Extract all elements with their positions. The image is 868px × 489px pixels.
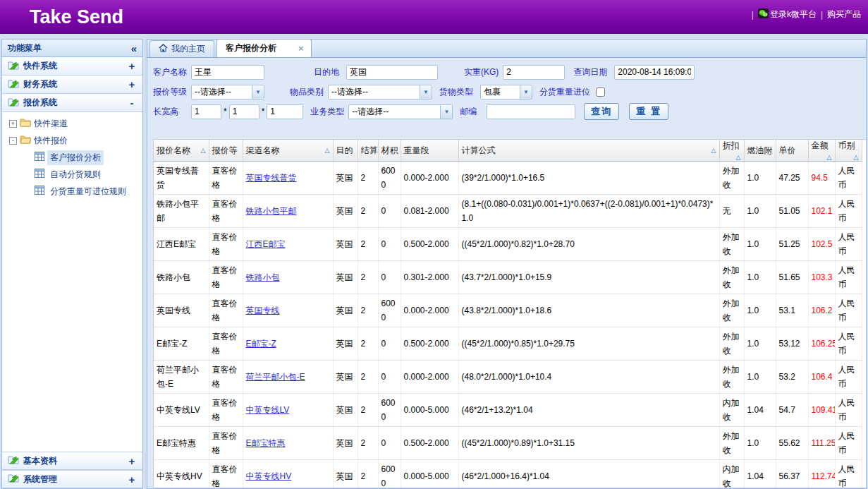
settle-weight-cell: 2 — [357, 361, 378, 394]
destination-input[interactable] — [346, 65, 438, 80]
buy-product-link[interactable]: 购买产品 — [827, 8, 861, 20]
collapse-minus-icon[interactable]: - — [127, 97, 137, 109]
query-date-input[interactable] — [614, 65, 695, 80]
col-header-unit-price[interactable]: 单价 — [776, 140, 808, 162]
tab-content: 客户名称 目的地 实重(KG) 查询日期 报价等级 --请选择-- ▼ — [147, 58, 867, 489]
tree-leaf-split-weight-carry-rule[interactable]: 分货重量可进位规则 — [2, 183, 142, 200]
module-folder-icon — [8, 60, 19, 73]
weight-label: 实重(KG) — [464, 66, 499, 78]
tab-customer-quote-analysis[interactable]: 客户报价分析 × — [216, 39, 312, 57]
col-header-volume-factor[interactable]: 材积 — [378, 140, 401, 162]
fuel-surcharge-cell: 1.04 — [744, 460, 776, 489]
quote-grade-cell: 直客价格 — [209, 162, 243, 195]
login-wechat-link[interactable]: 登录k微平台 — [758, 8, 817, 20]
query-date-label: 查询日期 — [573, 66, 607, 78]
weight-range-cell: 0.500-2.000 — [401, 327, 458, 361]
unit-price-cell: 55.62 — [776, 427, 808, 460]
sidebar-group-express-system[interactable]: 快件系统 + — [2, 57, 142, 76]
split-weight-carry-checkbox[interactable] — [596, 87, 605, 97]
table-row: E邮宝-Z直客价格E邮宝-Z英国200.500-2.000((45*2/1.00… — [154, 327, 862, 361]
zip-input[interactable] — [487, 104, 575, 119]
channel-link[interactable]: 中英专线LV — [246, 405, 290, 415]
width-input[interactable] — [229, 104, 259, 119]
destination-cell: 英国 — [333, 394, 357, 427]
weight-range-cell: 0.000-2.000 — [401, 294, 458, 327]
tree-expander-plus-icon[interactable]: + — [9, 120, 17, 128]
quote-table-body: 英国专线普货直客价格英国专线普货英国260000.000-2.000(39*2/… — [154, 162, 862, 489]
volume-factor-cell: 6000 — [378, 394, 401, 427]
col-header-weight-range[interactable]: 重量段 — [401, 140, 458, 162]
report-grid-icon — [35, 152, 44, 163]
channel-link[interactable]: 江西E邮宝 — [246, 239, 286, 249]
expand-plus-icon[interactable]: + — [127, 473, 137, 485]
query-button[interactable]: 查询 — [584, 103, 619, 120]
channel-link[interactable]: E邮宝特惠 — [246, 438, 286, 448]
tree-leaf-customer-quote-analysis[interactable]: 客户报价分析 — [2, 149, 142, 166]
sidebar-group-quote-system[interactable]: 报价系统 - — [2, 94, 142, 112]
col-header-fuel-surcharge[interactable]: 燃油附 — [744, 140, 776, 162]
height-input[interactable] — [267, 104, 303, 119]
col-header-quote-grade[interactable]: 报价等 — [209, 140, 243, 162]
col-header-currency[interactable]: 币别△ — [835, 140, 862, 162]
channel-link[interactable]: E邮宝-Z — [246, 339, 276, 349]
item-type-select[interactable]: --请选择-- ▼ — [328, 85, 432, 99]
sort-triangle-icon: △ — [201, 147, 206, 154]
weight-range-cell: 0.000-2.000 — [401, 361, 458, 394]
destination-cell: 英国 — [333, 361, 357, 394]
channel-link[interactable]: 铁路小包 — [246, 272, 280, 282]
weight-range-cell: 0.000-2.000 — [401, 162, 458, 195]
channel-link[interactable]: 英国专线普货 — [246, 173, 297, 183]
quote-name-cell: 铁路小包平邮 — [154, 195, 209, 228]
unit-price-cell: 47.25 — [776, 162, 808, 195]
destination-cell: 英国 — [333, 460, 357, 489]
reset-button[interactable]: 重 置 — [629, 103, 668, 120]
col-header-channel-name[interactable]: 渠道名称△ — [243, 140, 333, 162]
col-header-settle-weight[interactable]: 结算 — [357, 140, 378, 162]
sidebar-group-basic-data[interactable]: 基本资料 + — [2, 452, 142, 470]
formula-cell: (8.1+((0.080-0.031)/0.001+1)*0.0637+((2-… — [458, 195, 719, 228]
amount-cell: 102.5 — [808, 228, 835, 261]
channel-link[interactable]: 中英专线HV — [246, 471, 292, 481]
amount-cell: 111.25 — [808, 427, 835, 460]
sidebar-collapse-button[interactable]: « — [131, 43, 137, 54]
length-input[interactable] — [191, 104, 221, 119]
module-folder-icon — [8, 454, 19, 467]
tab-my-homepage[interactable]: 我的主页 — [149, 40, 214, 57]
quote-grade-cell: 直客价格 — [209, 195, 243, 228]
col-header-quote-name[interactable]: 报价名称△ — [154, 140, 209, 162]
channel-link[interactable]: 英国专线 — [246, 306, 280, 315]
sidebar-group-system-admin[interactable]: 系统管理 + — [2, 470, 142, 488]
col-header-discount[interactable]: 折扣△ — [719, 140, 744, 162]
col-header-amount[interactable]: 金额△ — [808, 140, 835, 162]
channel-link[interactable]: 荷兰平邮小包-E — [246, 372, 305, 382]
tree-leaf-auto-split-rule[interactable]: 自动分货规则 — [2, 166, 142, 183]
amount-cell: 106.25 — [808, 327, 835, 361]
query-form: 客户名称 目的地 实重(KG) 查询日期 报价等级 --请选择-- ▼ — [147, 58, 866, 124]
cargo-type-select[interactable]: 包裹 ▼ — [480, 85, 532, 99]
tab-close-icon[interactable]: × — [298, 44, 304, 53]
channel-link[interactable]: 铁路小包平邮 — [246, 206, 297, 216]
destination-cell: 英国 — [333, 228, 357, 261]
weight-input[interactable] — [503, 65, 565, 80]
channel-name-cell: 英国专线 — [243, 294, 333, 327]
expand-plus-icon[interactable]: + — [127, 78, 137, 90]
fuel-surcharge-cell: 1.04 — [744, 394, 776, 427]
sidebar-group-finance-system[interactable]: 财务系统 + — [2, 76, 142, 94]
col-header-destination[interactable]: 目的 — [333, 140, 357, 162]
quote-grade-cell: 直客价格 — [209, 427, 243, 460]
col-header-formula[interactable]: 计算公式△ — [458, 140, 719, 162]
amount-cell: 106.4 — [808, 361, 835, 394]
expand-plus-icon[interactable]: + — [127, 60, 137, 72]
tree-node-express-quote[interactable]: - 快件报价 — [2, 132, 142, 149]
body-frame: 功能菜单 « 快件系统 + 财务系统 + 报 — [1, 39, 867, 489]
tree-expander-minus-icon[interactable]: - — [9, 137, 17, 145]
fuel-surcharge-cell: 1.0 — [744, 427, 776, 460]
expand-plus-icon[interactable]: + — [127, 455, 137, 467]
channel-name-cell: 中英专线HV — [243, 460, 333, 489]
customer-name-input[interactable] — [191, 65, 264, 80]
biz-type-select[interactable]: --请选择-- ▼ — [348, 104, 453, 119]
formula-cell: (48.0*2/1.000)*1.0+10.4 — [458, 361, 719, 394]
currency-cell: 人民币 — [835, 427, 862, 460]
tree-node-express-channel[interactable]: + 快件渠道 — [2, 115, 142, 132]
quote-grade-select[interactable]: --请选择-- ▼ — [191, 85, 264, 99]
